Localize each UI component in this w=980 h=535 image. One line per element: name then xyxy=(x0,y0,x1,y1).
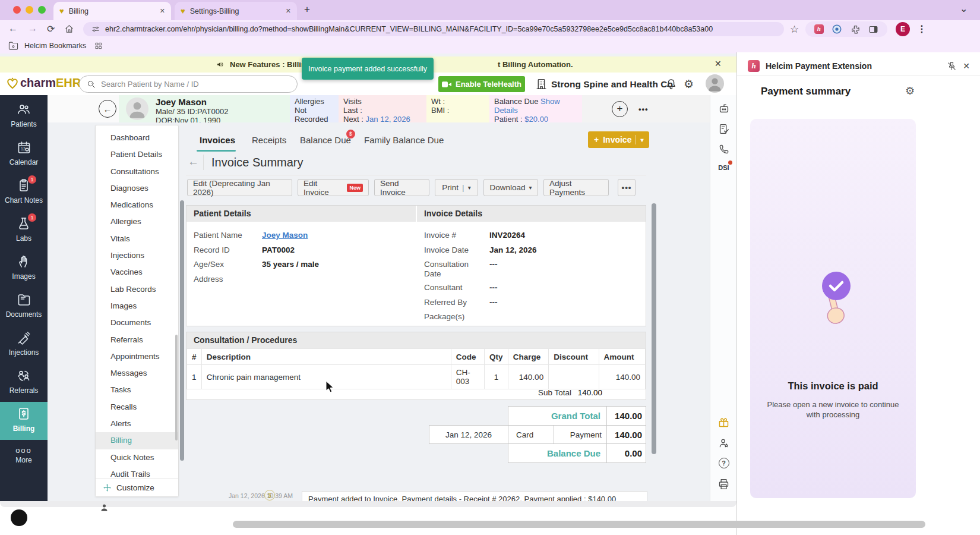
submenu-item-allergies[interactable]: Allergies xyxy=(96,213,178,230)
patient-more-actions-icon[interactable]: ••• xyxy=(638,105,649,114)
sidebar-item-injections[interactable]: Injections xyxy=(0,326,48,364)
documents-folder-icon xyxy=(17,292,31,307)
assistant-robot-icon[interactable] xyxy=(710,102,736,115)
dsi-item[interactable]: DSI xyxy=(710,164,736,171)
submenu-item-vitals[interactable]: Vitals xyxy=(96,231,178,247)
patient-back-button[interactable]: ← xyxy=(99,100,116,118)
address-bar[interactable]: ehr2.charmtracker.com/ehr/physician/bill… xyxy=(83,22,784,36)
new-invoice-button[interactable]: + Invoice ▾ xyxy=(588,131,649,148)
browser-tab-settings-billing[interactable]: ♥ Settings-Billing ✕ xyxy=(175,2,297,20)
submenu-item-tasks[interactable]: Tasks xyxy=(96,382,178,398)
fax-printer-icon[interactable] xyxy=(710,478,736,490)
profile-settings-icon[interactable] xyxy=(710,437,736,449)
site-settings-icon[interactable] xyxy=(91,25,100,33)
enable-telehealth-button[interactable]: Enable TeleHealth xyxy=(438,76,525,92)
tab-invoices[interactable]: Invoices xyxy=(200,135,235,145)
profile-avatar[interactable]: E xyxy=(896,22,910,36)
field-label: Referred By xyxy=(424,298,467,307)
patient-name-link[interactable]: Joey Mason xyxy=(262,231,308,240)
submenu-item-images[interactable]: Images xyxy=(96,298,178,314)
tab-balance-due[interactable]: Balance Due xyxy=(300,135,351,145)
help-question-icon[interactable]: ? xyxy=(710,458,736,468)
notifications-bell-icon[interactable] xyxy=(665,78,677,90)
submenu-item-quick-notes[interactable]: Quick Notes xyxy=(96,449,178,466)
sidebar-item-images[interactable]: Images xyxy=(0,250,48,288)
edit-invoice-button[interactable]: Edit InvoiceNew xyxy=(298,179,369,196)
clinic-name[interactable]: Strong Spine and Health Co xyxy=(551,79,673,90)
user-avatar[interactable] xyxy=(706,74,724,93)
tab-close-icon[interactable]: ✕ xyxy=(160,7,165,15)
tab-label: Billing xyxy=(69,7,88,15)
browser-menu-icon[interactable]: ⋮ xyxy=(917,23,927,34)
bookmarks-folder-icon[interactable] xyxy=(8,42,18,51)
sidebar-item-billing[interactable]: Billing xyxy=(0,402,48,440)
helcim-extension-icon[interactable]: h xyxy=(814,24,824,34)
patient-add-button[interactable]: + xyxy=(612,101,628,117)
procedure-row[interactable]: 1 Chronic pain management CH-003 1 140.0… xyxy=(187,365,646,389)
bookmark-star-icon[interactable]: ☆ xyxy=(790,23,799,36)
adjust-payments-button[interactable]: Adjust Payments xyxy=(543,179,609,196)
sidebar-item-labs[interactable]: 1 Labs xyxy=(0,212,48,250)
tab-family-balance-due[interactable]: Family Balance Due xyxy=(364,135,444,145)
edit-deprecating-button[interactable]: Edit (Deprecating Jan 2026) xyxy=(187,179,292,196)
extensions-puzzle-icon[interactable] xyxy=(851,24,861,34)
consent-form-icon[interactable] xyxy=(710,122,736,136)
submenu-item-consultations[interactable]: Consultations xyxy=(96,163,178,180)
tab-close-icon[interactable]: ✕ xyxy=(286,7,291,15)
sidebar-item-more[interactable]: ooo More xyxy=(0,440,48,478)
forward-icon[interactable]: → xyxy=(28,23,37,34)
submenu-item-referrals[interactable]: Referrals xyxy=(96,332,178,348)
sidebar-item-referrals[interactable]: Referrals xyxy=(0,364,48,402)
submenu-item-appointments[interactable]: Appointments xyxy=(96,348,178,365)
print-caret-icon[interactable]: ▾ xyxy=(468,184,471,191)
settings-gear-icon[interactable]: ⚙ xyxy=(684,77,694,91)
patient-details-header: Patient Details xyxy=(186,206,416,222)
home-icon[interactable] xyxy=(64,24,74,34)
submenu-item-recalls[interactable]: Recalls xyxy=(96,399,178,416)
submenu-item-medications[interactable]: Medications xyxy=(96,197,178,213)
unpin-icon[interactable] xyxy=(947,61,957,71)
patient-search[interactable] xyxy=(79,75,298,93)
extension-settings-icon[interactable]: ⚙ xyxy=(905,84,915,97)
search-input[interactable] xyxy=(101,80,267,89)
download-button[interactable]: Download▾ xyxy=(483,179,538,196)
col-header: Charge xyxy=(508,349,548,365)
submenu-customize[interactable]: Customize xyxy=(96,479,178,496)
content-scrollbar-right[interactable] xyxy=(652,203,656,454)
traffic-minimize-button[interactable] xyxy=(26,6,33,14)
content-scrollbar-left[interactable] xyxy=(180,200,184,461)
submenu-item-messages[interactable]: Messages xyxy=(96,365,178,382)
print-button[interactable]: Print| ▾ xyxy=(435,179,478,196)
tab-receipts[interactable]: Receipts xyxy=(252,135,286,145)
download-caret-icon[interactable]: ▾ xyxy=(529,184,532,191)
submenu-item-vaccines[interactable]: Vaccines xyxy=(96,264,178,281)
submenu-item-alerts[interactable]: Alerts xyxy=(96,416,178,432)
traffic-close-button[interactable] xyxy=(13,6,21,14)
submenu-item-billing[interactable]: Billing xyxy=(96,432,178,449)
browser-tab-billing[interactable]: ♥ Billing ✕ xyxy=(53,2,171,20)
more-actions-button[interactable]: ••• xyxy=(618,179,636,196)
traffic-zoom-button[interactable] xyxy=(38,6,46,14)
bookmarks-folder-label[interactable]: Helcim Bookmarks xyxy=(24,42,86,50)
summary-back-button[interactable]: ← xyxy=(188,155,199,168)
invoice-caret-icon[interactable]: ▾ xyxy=(640,137,643,143)
submenu-item-documents[interactable]: Documents xyxy=(96,314,178,331)
charmehr-logo[interactable]: charmEHR xyxy=(6,76,81,90)
sidebar-item-documents[interactable]: Documents xyxy=(0,288,48,326)
side-panel-icon[interactable] xyxy=(868,24,878,34)
back-icon[interactable]: ← xyxy=(8,23,18,34)
password-manager-icon[interactable] xyxy=(832,24,842,34)
banner-close-icon[interactable]: ✕ xyxy=(715,59,722,68)
phone-icon[interactable] xyxy=(710,143,736,155)
rewards-gift-icon[interactable] xyxy=(710,416,736,429)
new-tab-button[interactable]: + xyxy=(304,4,310,15)
visits-next-date[interactable]: Jan 12, 2026 xyxy=(366,115,410,122)
tab-search-chevron-icon[interactable]: ⌄ xyxy=(960,3,968,14)
send-invoice-button[interactable]: Send Invoice xyxy=(374,179,429,196)
reload-icon[interactable]: ⟳ xyxy=(47,23,55,34)
apps-grid-icon[interactable] xyxy=(94,42,103,50)
submenu-item-injections[interactable]: Injections xyxy=(96,247,178,264)
extension-close-icon[interactable]: ✕ xyxy=(963,61,970,71)
submenu-item-lab-records[interactable]: Lab Records xyxy=(96,281,178,298)
submenu-scrollbar[interactable] xyxy=(175,335,178,440)
